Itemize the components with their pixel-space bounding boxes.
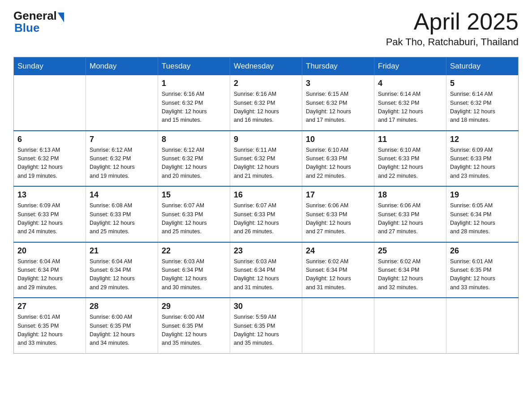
day-info: Sunrise: 6:04 AM Sunset: 6:34 PM Dayligh… [90, 257, 154, 292]
calendar-cell: 11Sunrise: 6:10 AM Sunset: 6:33 PM Dayli… [374, 131, 446, 187]
day-number: 19 [450, 190, 515, 200]
day-number: 20 [17, 246, 82, 256]
page-header: General Blue April 2025 Pak Tho, Ratchab… [13, 9, 519, 48]
day-info: Sunrise: 6:16 AM Sunset: 6:32 PM Dayligh… [162, 90, 226, 125]
day-number: 3 [306, 79, 370, 88]
day-number: 24 [306, 246, 370, 256]
calendar-week-row: 27Sunrise: 6:01 AM Sunset: 6:35 PM Dayli… [14, 298, 519, 353]
calendar-day-header: Thursday [302, 57, 374, 76]
calendar-cell [86, 75, 158, 131]
calendar-week-row: 20Sunrise: 6:04 AM Sunset: 6:34 PM Dayli… [14, 242, 519, 298]
day-number: 23 [234, 246, 298, 256]
calendar-cell: 16Sunrise: 6:07 AM Sunset: 6:33 PM Dayli… [230, 186, 302, 242]
title-section: April 2025 Pak Tho, Ratchaburi, Thailand [386, 9, 519, 48]
calendar-cell [14, 75, 86, 131]
day-info: Sunrise: 6:03 AM Sunset: 6:34 PM Dayligh… [162, 257, 226, 292]
day-number: 15 [162, 190, 226, 200]
day-info: Sunrise: 6:06 AM Sunset: 6:33 PM Dayligh… [306, 201, 370, 236]
day-number: 28 [90, 302, 154, 311]
day-number: 11 [378, 135, 442, 144]
day-number: 1 [162, 79, 226, 88]
calendar-cell: 4Sunrise: 6:14 AM Sunset: 6:32 PM Daylig… [374, 75, 446, 131]
day-info: Sunrise: 6:10 AM Sunset: 6:33 PM Dayligh… [306, 146, 370, 181]
day-number: 4 [378, 79, 442, 88]
calendar-cell: 19Sunrise: 6:05 AM Sunset: 6:34 PM Dayli… [446, 186, 519, 242]
calendar-day-header: Tuesday [158, 57, 230, 76]
day-number: 8 [162, 135, 226, 144]
calendar-cell: 12Sunrise: 6:09 AM Sunset: 6:33 PM Dayli… [446, 131, 519, 187]
calendar-cell: 14Sunrise: 6:08 AM Sunset: 6:33 PM Dayli… [86, 186, 158, 242]
day-info: Sunrise: 6:00 AM Sunset: 6:35 PM Dayligh… [90, 313, 154, 348]
calendar-cell: 1Sunrise: 6:16 AM Sunset: 6:32 PM Daylig… [158, 75, 230, 131]
calendar-cell: 5Sunrise: 6:14 AM Sunset: 6:32 PM Daylig… [446, 75, 519, 131]
logo-triangle-icon [58, 13, 64, 22]
day-info: Sunrise: 6:07 AM Sunset: 6:33 PM Dayligh… [162, 201, 226, 236]
calendar-day-header: Saturday [446, 57, 519, 76]
calendar-cell: 25Sunrise: 6:02 AM Sunset: 6:34 PM Dayli… [374, 242, 446, 298]
month-title: April 2025 [386, 9, 519, 34]
calendar-cell: 26Sunrise: 6:01 AM Sunset: 6:35 PM Dayli… [446, 242, 519, 298]
calendar-cell: 23Sunrise: 6:03 AM Sunset: 6:34 PM Dayli… [230, 242, 302, 298]
calendar-cell [302, 298, 374, 353]
calendar-cell: 30Sunrise: 5:59 AM Sunset: 6:35 PM Dayli… [230, 298, 302, 353]
day-info: Sunrise: 6:12 AM Sunset: 6:32 PM Dayligh… [90, 146, 154, 181]
calendar-cell: 18Sunrise: 6:06 AM Sunset: 6:33 PM Dayli… [374, 186, 446, 242]
day-number: 12 [450, 135, 515, 144]
day-info: Sunrise: 6:02 AM Sunset: 6:34 PM Dayligh… [306, 257, 370, 292]
day-number: 21 [90, 246, 154, 256]
day-info: Sunrise: 6:11 AM Sunset: 6:32 PM Dayligh… [234, 146, 298, 181]
calendar-day-header: Monday [86, 57, 158, 76]
logo-blue-text: Blue [14, 21, 39, 35]
day-number: 6 [17, 135, 82, 144]
day-info: Sunrise: 6:03 AM Sunset: 6:34 PM Dayligh… [234, 257, 298, 292]
day-info: Sunrise: 6:00 AM Sunset: 6:35 PM Dayligh… [162, 313, 226, 348]
calendar-cell: 17Sunrise: 6:06 AM Sunset: 6:33 PM Dayli… [302, 186, 374, 242]
day-info: Sunrise: 6:02 AM Sunset: 6:34 PM Dayligh… [378, 257, 442, 292]
calendar-cell: 2Sunrise: 6:16 AM Sunset: 6:32 PM Daylig… [230, 75, 302, 131]
day-number: 30 [234, 302, 298, 311]
day-number: 26 [450, 246, 515, 256]
calendar-day-header: Friday [374, 57, 446, 76]
day-info: Sunrise: 6:05 AM Sunset: 6:34 PM Dayligh… [450, 201, 515, 236]
calendar-cell: 21Sunrise: 6:04 AM Sunset: 6:34 PM Dayli… [86, 242, 158, 298]
day-info: Sunrise: 6:10 AM Sunset: 6:33 PM Dayligh… [378, 146, 442, 181]
day-number: 27 [17, 302, 82, 311]
calendar-cell: 7Sunrise: 6:12 AM Sunset: 6:32 PM Daylig… [86, 131, 158, 187]
calendar-table: SundayMondayTuesdayWednesdayThursdayFrid… [13, 57, 519, 354]
day-number: 29 [162, 302, 226, 311]
calendar-cell: 6Sunrise: 6:13 AM Sunset: 6:32 PM Daylig… [14, 131, 86, 187]
calendar-cell: 27Sunrise: 6:01 AM Sunset: 6:35 PM Dayli… [14, 298, 86, 353]
calendar-cell: 24Sunrise: 6:02 AM Sunset: 6:34 PM Dayli… [302, 242, 374, 298]
day-info: Sunrise: 6:04 AM Sunset: 6:34 PM Dayligh… [17, 257, 82, 292]
calendar-cell: 28Sunrise: 6:00 AM Sunset: 6:35 PM Dayli… [86, 298, 158, 353]
calendar-cell: 20Sunrise: 6:04 AM Sunset: 6:34 PM Dayli… [14, 242, 86, 298]
location-title: Pak Tho, Ratchaburi, Thailand [386, 36, 519, 48]
calendar-day-header: Wednesday [230, 57, 302, 76]
day-info: Sunrise: 6:09 AM Sunset: 6:33 PM Dayligh… [17, 201, 82, 236]
calendar-week-row: 13Sunrise: 6:09 AM Sunset: 6:33 PM Dayli… [14, 186, 519, 242]
day-number: 10 [306, 135, 370, 144]
day-info: Sunrise: 6:01 AM Sunset: 6:35 PM Dayligh… [450, 257, 515, 292]
calendar-cell: 10Sunrise: 6:10 AM Sunset: 6:33 PM Dayli… [302, 131, 374, 187]
day-number: 17 [306, 190, 370, 200]
day-info: Sunrise: 6:08 AM Sunset: 6:33 PM Dayligh… [90, 201, 154, 236]
day-info: Sunrise: 6:16 AM Sunset: 6:32 PM Dayligh… [234, 90, 298, 125]
calendar-cell: 13Sunrise: 6:09 AM Sunset: 6:33 PM Dayli… [14, 186, 86, 242]
day-info: Sunrise: 6:13 AM Sunset: 6:32 PM Dayligh… [17, 146, 82, 181]
day-number: 13 [17, 190, 82, 200]
calendar-cell [374, 298, 446, 353]
day-info: Sunrise: 6:15 AM Sunset: 6:32 PM Dayligh… [306, 90, 370, 125]
calendar-cell: 3Sunrise: 6:15 AM Sunset: 6:32 PM Daylig… [302, 75, 374, 131]
day-number: 18 [378, 190, 442, 200]
calendar-cell: 22Sunrise: 6:03 AM Sunset: 6:34 PM Dayli… [158, 242, 230, 298]
day-info: Sunrise: 6:01 AM Sunset: 6:35 PM Dayligh… [17, 313, 82, 348]
calendar-cell [446, 298, 519, 353]
day-info: Sunrise: 6:14 AM Sunset: 6:32 PM Dayligh… [378, 90, 442, 125]
calendar-cell: 15Sunrise: 6:07 AM Sunset: 6:33 PM Dayli… [158, 186, 230, 242]
calendar-day-header: Sunday [14, 57, 86, 76]
calendar-week-row: 1Sunrise: 6:16 AM Sunset: 6:32 PM Daylig… [14, 75, 519, 131]
calendar-cell: 8Sunrise: 6:12 AM Sunset: 6:32 PM Daylig… [158, 131, 230, 187]
day-info: Sunrise: 6:14 AM Sunset: 6:32 PM Dayligh… [450, 90, 515, 125]
day-number: 22 [162, 246, 226, 256]
day-number: 16 [234, 190, 298, 200]
